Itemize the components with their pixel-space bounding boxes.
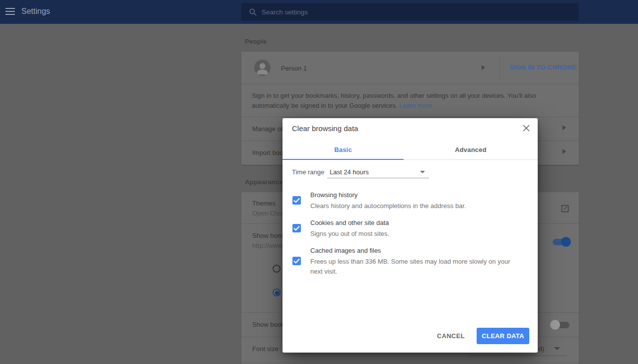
cached-images-checkbox[interactable] — [292, 257, 301, 265]
cancel-button[interactable]: CANCEL — [432, 328, 470, 344]
signin-description: Sign in to get your bookmarks, history, … — [252, 91, 545, 111]
time-range-select[interactable]: Last 24 hours — [327, 165, 429, 178]
browsing-history-checkbox[interactable] — [292, 196, 301, 205]
profile-name: Person 1 — [281, 65, 307, 72]
profile-row[interactable]: Person 1 SIGN IN TO CHROME — [241, 52, 579, 84]
menu-icon[interactable] — [5, 8, 15, 15]
check-icon — [293, 225, 300, 231]
time-range-value: Last 24 hours — [330, 168, 369, 176]
settings-search[interactable] — [241, 3, 579, 21]
dialog-title: Clear browsing data — [292, 124, 358, 133]
dialog-tabs: Basic Advanced — [283, 140, 538, 160]
close-icon[interactable] — [521, 123, 531, 133]
avatar — [254, 60, 271, 76]
tab-basic[interactable]: Basic — [283, 140, 404, 159]
dropdown-caret-icon — [554, 347, 560, 350]
browsing-history-description: Clears history and autocompletions in th… — [310, 201, 524, 211]
show-home-toggle[interactable] — [552, 238, 570, 246]
home-option-radio-unselected[interactable] — [273, 265, 281, 273]
cookies-checkbox[interactable] — [292, 224, 301, 232]
check-icon — [293, 198, 300, 203]
cached-images-title: Cached images and files — [310, 247, 524, 254]
divider — [499, 56, 500, 80]
chevron-right-icon — [563, 125, 566, 130]
external-link-icon[interactable] — [561, 205, 569, 213]
show-bookmarks-toggle[interactable] — [552, 321, 570, 329]
show-home-subtitle: http://www. — [252, 242, 284, 249]
select-underline — [469, 356, 567, 356]
themes-label: Themes — [252, 200, 276, 207]
time-range-label: Time range — [292, 168, 324, 176]
signin-text: Sign in to get your bookmarks, history, … — [252, 92, 536, 109]
search-icon — [249, 8, 257, 16]
dialog-buttons: CANCEL CLEAR DATA — [432, 328, 529, 344]
cached-images-description: Frees up less than 336 MB. Some sites ma… — [310, 257, 524, 277]
browsing-history-title: Browsing history — [310, 191, 524, 199]
app-header: Settings — [0, 0, 638, 24]
sign-in-button[interactable]: SIGN IN TO CHROME — [509, 64, 577, 71]
clear-data-button[interactable]: CLEAR DATA — [477, 328, 529, 344]
people-section-heading: People — [245, 38, 267, 45]
check-icon — [293, 258, 300, 264]
cookies-title: Cookies and other site data — [310, 219, 524, 226]
font-size-label: Font size — [252, 345, 279, 353]
dropdown-caret-icon — [420, 171, 425, 173]
tab-advanced[interactable]: Advanced — [404, 140, 538, 159]
person-icon — [254, 60, 271, 76]
page-title: Settings — [21, 7, 50, 16]
learn-more-link[interactable]: Learn more — [399, 102, 432, 109]
chevron-right-icon — [563, 149, 566, 154]
divider — [241, 84, 579, 84]
search-input[interactable] — [262, 8, 579, 16]
home-option-radio-selected[interactable] — [273, 289, 281, 296]
cookies-description: Signs you out of most sites. — [310, 229, 524, 239]
divider — [241, 363, 579, 363]
appearance-section-heading: Appearance — [245, 178, 283, 186]
chevron-right-icon — [482, 65, 485, 70]
clear-browsing-data-dialog: Clear browsing data Basic Advanced Time … — [283, 118, 538, 353]
